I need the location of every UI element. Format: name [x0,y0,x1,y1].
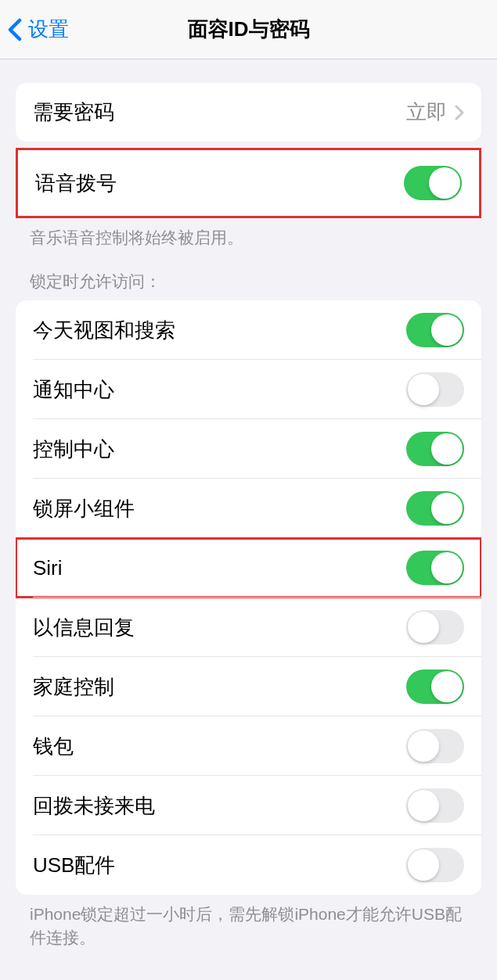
lock-access-row: USB配件 [16,835,481,895]
lock-access-toggle[interactable] [406,848,464,882]
lock-access-toggle[interactable] [406,729,464,763]
lock-access-item-label: 通知中心 [33,376,114,404]
voice-dial-row: 语音拨号 [18,150,479,216]
toggle-knob [431,433,463,465]
lock-access-toggle[interactable] [406,313,464,347]
toggle-knob [408,849,439,881]
lock-access-toggle[interactable] [406,372,464,407]
lock-access-toggle[interactable] [406,551,464,585]
lock-access-item-label: 以信息回复 [33,614,135,641]
lock-access-row: 以信息回复 [16,598,481,657]
lock-access-header: 锁定时允许访问： [0,249,497,300]
toggle-knob [431,314,463,346]
lock-access-list: 今天视图和搜索通知中心控制中心锁屏小组件Siri以信息回复家庭控制钱包回拨未接来… [16,300,481,895]
lock-access-row: 回拨未接来电 [16,776,481,835]
voice-dial-label: 语音拨号 [35,170,117,197]
chevron-left-icon [8,18,22,41]
lock-access-row: 今天视图和搜索 [16,300,481,360]
toggle-knob [408,612,439,643]
back-button[interactable]: 设置 [0,16,69,43]
voice-dial-section: 语音拨号 [16,148,481,218]
navigation-bar: 设置 面容ID与密码 [0,0,497,59]
lock-access-item-label: 回拨未接来电 [33,792,155,820]
toggle-knob [408,731,439,762]
toggle-knob [408,374,439,405]
toggle-knob [431,493,463,524]
lock-access-row: 家庭控制 [16,657,481,716]
lock-access-toggle[interactable] [406,491,464,526]
lock-access-row: 锁屏小组件 [16,479,481,538]
lock-access-footer: iPhone锁定超过一小时后，需先解锁iPhone才能允许USB配件连接。 [0,895,497,949]
lock-access-item-label: Siri [33,556,63,580]
lock-access-row: 控制中心 [16,419,481,479]
toggle-knob [429,167,460,199]
voice-dial-toggle[interactable] [404,166,462,200]
lock-access-toggle[interactable] [406,669,464,704]
lock-access-row: Siri [16,538,481,598]
lock-access-item-label: 今天视图和搜索 [33,317,175,344]
lock-access-row: 钱包 [16,716,481,776]
lock-access-toggle[interactable] [406,610,464,644]
require-passcode-value: 立即 [406,99,447,126]
lock-access-item-label: 控制中心 [33,436,114,463]
lock-access-item-label: 锁屏小组件 [33,495,135,522]
lock-access-row: 通知中心 [16,360,481,419]
lock-access-toggle[interactable] [406,788,464,823]
lock-access-item-label: 钱包 [33,733,74,760]
back-label: 设置 [28,16,69,43]
require-passcode-label: 需要密码 [33,99,114,126]
chevron-right-icon [455,105,464,120]
toggle-knob [431,552,463,583]
lock-access-item-label: USB配件 [33,852,115,879]
require-passcode-section: 需要密码 立即 [16,83,481,142]
toggle-knob [408,790,439,821]
require-passcode-row[interactable]: 需要密码 立即 [16,83,481,142]
lock-access-toggle[interactable] [406,432,464,466]
lock-access-item-label: 家庭控制 [33,673,114,701]
voice-dial-footer: 音乐语音控制将始终被启用。 [0,218,497,249]
page-title: 面容ID与密码 [188,16,310,43]
toggle-knob [431,671,463,702]
